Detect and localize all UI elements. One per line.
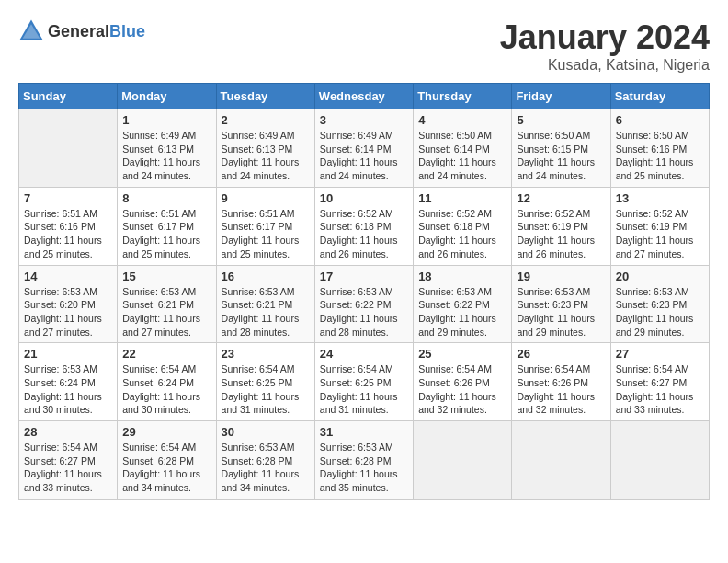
day-info: Sunrise: 6:54 AM Sunset: 6:27 PM Dayligh… <box>616 362 704 417</box>
day-info: Sunrise: 6:49 AM Sunset: 6:13 PM Dayligh… <box>122 129 210 183</box>
calendar-cell: 16Sunrise: 6:53 AM Sunset: 6:21 PM Dayli… <box>216 265 314 343</box>
calendar-cell: 19Sunrise: 6:53 AM Sunset: 6:23 PM Dayli… <box>512 265 610 343</box>
calendar-cell: 7Sunrise: 6:51 AM Sunset: 6:16 PM Daylig… <box>19 187 118 265</box>
week-row-1: 1Sunrise: 6:49 AM Sunset: 6:13 PM Daylig… <box>19 109 710 188</box>
week-row-4: 21Sunrise: 6:53 AM Sunset: 6:24 PM Dayli… <box>19 343 710 421</box>
day-info: Sunrise: 6:54 AM Sunset: 6:26 PM Dayligh… <box>517 362 605 417</box>
weekday-header-row: SundayMondayTuesdayWednesdayThursdayFrid… <box>19 84 710 109</box>
week-row-5: 28Sunrise: 6:54 AM Sunset: 6:27 PM Dayli… <box>19 421 710 500</box>
day-number: 31 <box>320 425 408 439</box>
day-info: Sunrise: 6:53 AM Sunset: 6:22 PM Dayligh… <box>418 285 506 339</box>
day-info: Sunrise: 6:53 AM Sunset: 6:23 PM Dayligh… <box>616 285 704 339</box>
day-number: 11 <box>418 191 506 205</box>
day-info: Sunrise: 6:54 AM Sunset: 6:26 PM Dayligh… <box>418 362 506 417</box>
calendar-cell: 18Sunrise: 6:53 AM Sunset: 6:22 PM Dayli… <box>414 265 512 343</box>
day-info: Sunrise: 6:53 AM Sunset: 6:20 PM Dayligh… <box>24 285 112 339</box>
day-info: Sunrise: 6:53 AM Sunset: 6:21 PM Dayligh… <box>122 285 210 339</box>
day-info: Sunrise: 6:53 AM Sunset: 6:23 PM Dayligh… <box>517 285 605 339</box>
location-title: Kusada, Katsina, Nigeria <box>500 57 710 74</box>
calendar-cell: 23Sunrise: 6:54 AM Sunset: 6:25 PM Dayli… <box>216 343 314 421</box>
calendar-cell: 11Sunrise: 6:52 AM Sunset: 6:18 PM Dayli… <box>414 187 512 265</box>
calendar-cell: 29Sunrise: 6:54 AM Sunset: 6:28 PM Dayli… <box>118 421 216 500</box>
day-number: 21 <box>24 347 112 361</box>
day-number: 26 <box>517 347 605 361</box>
day-number: 18 <box>418 270 506 283</box>
day-number: 12 <box>517 191 605 205</box>
logo-blue-text: Blue <box>109 22 145 40</box>
day-info: Sunrise: 6:54 AM Sunset: 6:27 PM Dayligh… <box>24 441 112 495</box>
day-number: 28 <box>24 425 112 439</box>
calendar-cell: 8Sunrise: 6:51 AM Sunset: 6:17 PM Daylig… <box>118 187 216 265</box>
day-number: 5 <box>517 113 605 127</box>
calendar-cell <box>414 421 512 500</box>
day-info: Sunrise: 6:51 AM Sunset: 6:17 PM Dayligh… <box>222 207 310 261</box>
day-number: 8 <box>122 191 210 205</box>
day-number: 10 <box>320 191 408 205</box>
day-number: 25 <box>418 347 506 361</box>
day-info: Sunrise: 6:52 AM Sunset: 6:18 PM Dayligh… <box>418 207 506 261</box>
calendar-cell: 27Sunrise: 6:54 AM Sunset: 6:27 PM Dayli… <box>610 343 709 421</box>
day-number: 9 <box>222 191 310 205</box>
calendar-cell: 24Sunrise: 6:54 AM Sunset: 6:25 PM Dayli… <box>314 343 413 421</box>
logo: GeneralBlue <box>18 18 145 44</box>
calendar-cell: 21Sunrise: 6:53 AM Sunset: 6:24 PM Dayli… <box>19 343 118 421</box>
calendar-cell: 31Sunrise: 6:53 AM Sunset: 6:28 PM Dayli… <box>314 421 413 500</box>
month-title: January 2024 <box>500 18 710 57</box>
day-info: Sunrise: 6:54 AM Sunset: 6:24 PM Dayligh… <box>122 362 210 417</box>
day-info: Sunrise: 6:53 AM Sunset: 6:24 PM Dayligh… <box>24 362 112 417</box>
day-info: Sunrise: 6:54 AM Sunset: 6:28 PM Dayligh… <box>122 441 210 495</box>
calendar-cell: 28Sunrise: 6:54 AM Sunset: 6:27 PM Dayli… <box>19 421 118 500</box>
day-number: 17 <box>320 270 408 283</box>
day-number: 29 <box>122 425 210 439</box>
day-info: Sunrise: 6:51 AM Sunset: 6:17 PM Dayligh… <box>122 207 210 261</box>
logo-general-text: General <box>48 22 109 40</box>
day-info: Sunrise: 6:50 AM Sunset: 6:15 PM Dayligh… <box>517 129 605 183</box>
day-info: Sunrise: 6:51 AM Sunset: 6:16 PM Dayligh… <box>24 207 112 261</box>
day-number: 15 <box>122 270 210 283</box>
weekday-header-tuesday: Tuesday <box>216 84 314 109</box>
day-number: 30 <box>222 425 310 439</box>
day-number: 16 <box>222 270 310 283</box>
calendar-cell: 4Sunrise: 6:50 AM Sunset: 6:14 PM Daylig… <box>414 109 512 188</box>
calendar-cell: 20Sunrise: 6:53 AM Sunset: 6:23 PM Dayli… <box>610 265 709 343</box>
day-number: 6 <box>616 113 704 127</box>
calendar-cell <box>512 421 610 500</box>
day-number: 3 <box>320 113 408 127</box>
week-row-3: 14Sunrise: 6:53 AM Sunset: 6:20 PM Dayli… <box>19 265 710 343</box>
calendar-table: SundayMondayTuesdayWednesdayThursdayFrid… <box>18 83 710 500</box>
day-number: 1 <box>122 113 210 127</box>
day-number: 4 <box>418 113 506 127</box>
weekday-header-friday: Friday <box>512 84 610 109</box>
calendar-cell: 3Sunrise: 6:49 AM Sunset: 6:14 PM Daylig… <box>314 109 413 188</box>
day-info: Sunrise: 6:53 AM Sunset: 6:22 PM Dayligh… <box>320 285 408 339</box>
day-info: Sunrise: 6:53 AM Sunset: 6:21 PM Dayligh… <box>222 285 310 339</box>
day-number: 20 <box>616 270 704 283</box>
day-number: 23 <box>222 347 310 361</box>
day-number: 24 <box>320 347 408 361</box>
calendar-cell: 10Sunrise: 6:52 AM Sunset: 6:18 PM Dayli… <box>314 187 413 265</box>
day-info: Sunrise: 6:52 AM Sunset: 6:19 PM Dayligh… <box>517 207 605 261</box>
day-info: Sunrise: 6:52 AM Sunset: 6:18 PM Dayligh… <box>320 207 408 261</box>
day-number: 27 <box>616 347 704 361</box>
logo-icon <box>18 18 44 44</box>
calendar-cell: 9Sunrise: 6:51 AM Sunset: 6:17 PM Daylig… <box>216 187 314 265</box>
day-number: 22 <box>122 347 210 361</box>
calendar-cell: 26Sunrise: 6:54 AM Sunset: 6:26 PM Dayli… <box>512 343 610 421</box>
weekday-header-thursday: Thursday <box>414 84 512 109</box>
day-number: 13 <box>616 191 704 205</box>
calendar-cell: 25Sunrise: 6:54 AM Sunset: 6:26 PM Dayli… <box>414 343 512 421</box>
day-number: 2 <box>222 113 310 127</box>
day-info: Sunrise: 6:54 AM Sunset: 6:25 PM Dayligh… <box>320 362 408 417</box>
calendar-cell: 5Sunrise: 6:50 AM Sunset: 6:15 PM Daylig… <box>512 109 610 188</box>
calendar-cell: 14Sunrise: 6:53 AM Sunset: 6:20 PM Dayli… <box>19 265 118 343</box>
weekday-header-saturday: Saturday <box>610 84 709 109</box>
day-info: Sunrise: 6:50 AM Sunset: 6:14 PM Dayligh… <box>418 129 506 183</box>
weekday-header-sunday: Sunday <box>19 84 118 109</box>
weekday-header-wednesday: Wednesday <box>314 84 413 109</box>
day-info: Sunrise: 6:49 AM Sunset: 6:14 PM Dayligh… <box>320 129 408 183</box>
calendar-cell: 15Sunrise: 6:53 AM Sunset: 6:21 PM Dayli… <box>118 265 216 343</box>
calendar-cell: 2Sunrise: 6:49 AM Sunset: 6:13 PM Daylig… <box>216 109 314 188</box>
day-info: Sunrise: 6:54 AM Sunset: 6:25 PM Dayligh… <box>222 362 310 417</box>
day-number: 19 <box>517 270 605 283</box>
title-block: January 2024 Kusada, Katsina, Nigeria <box>500 18 710 74</box>
